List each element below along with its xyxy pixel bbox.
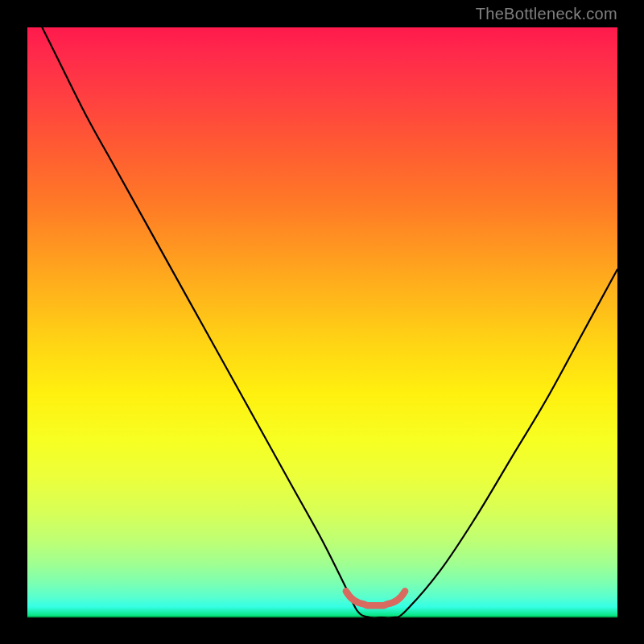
optimal-zone-marker bbox=[346, 591, 405, 605]
chart-frame: { "watermark": "TheBottleneck.com", "plo… bbox=[0, 0, 644, 644]
v-curve bbox=[27, 0, 617, 618]
chart-svg bbox=[0, 0, 644, 644]
watermark: TheBottleneck.com bbox=[476, 5, 617, 23]
